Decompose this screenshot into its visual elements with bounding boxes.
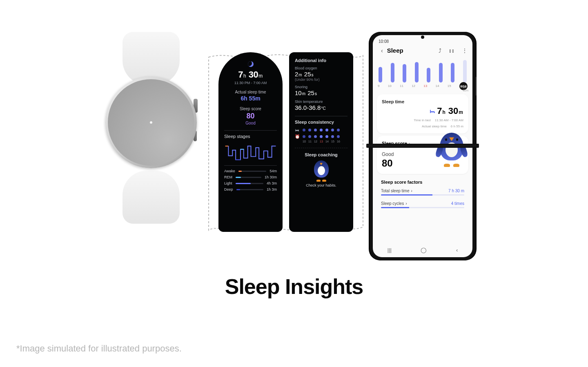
chevron-right-icon: ›	[405, 201, 407, 206]
smartphone: 10:08 ‹ Sleep ⤴ ⫾⫾ ⋮ 6h30m 9101112131415…	[370, 32, 476, 260]
panel-sleep-summary: 7h 30m 11:30 PM - 7:00 AM Actual sleep t…	[218, 52, 283, 232]
legend-row-rem: REM1h 30m	[224, 175, 277, 179]
watch-fraction: 3/7	[169, 120, 175, 125]
smartwatch: 🛏 ✓ ✓ Get natural light WED16 3/7 ⏰ Slee…	[100, 32, 202, 224]
bed-icon	[430, 109, 435, 114]
sleep-time-card[interactable]: Sleep time 7h 30m Time in bed11:30 AM - …	[377, 94, 468, 133]
time-in-bed-label: Time in bed	[414, 118, 431, 122]
stages-legend: Awake54m REM1h 30m Light4h 3m Deep1h 3m	[224, 169, 277, 191]
coaching-section[interactable]: Sleep coaching Check your habits.	[295, 152, 347, 187]
divider	[224, 130, 277, 131]
share-icon[interactable]: ⤴	[439, 47, 441, 54]
blood-oxygen-label: Blood oxygen	[295, 66, 347, 70]
sleep-score-label: Sleep score	[224, 107, 277, 111]
actual-sleep-value: 6h 55m	[224, 95, 277, 102]
watch-date: WED16	[111, 111, 191, 117]
watch-band-bottom	[122, 171, 180, 224]
coaching-subtitle: Check your habits.	[295, 183, 347, 187]
skin-temp-label: Skin temperature	[295, 100, 347, 104]
watch-score-label: ⏰ Sleep score 80	[136, 147, 166, 156]
phone-side-button[interactable]	[475, 77, 477, 96]
bed-icon: 🛏	[295, 128, 300, 132]
actual-sleep-label: Actual sleep time	[224, 90, 277, 94]
nav-home-icon[interactable]: ◯	[421, 247, 427, 253]
signal-icon[interactable]: ⫾⫾	[449, 47, 454, 54]
check-icon: ✓	[126, 104, 131, 109]
blood-oxygen-sub: (Under 90% for)	[295, 78, 347, 82]
chart-reference-label: 6h30m	[463, 86, 468, 92]
legend-row-deep: Deep1h 3m	[224, 187, 277, 191]
legend-row-light: Light4h 3m	[224, 181, 277, 185]
fold-hinge	[366, 144, 479, 148]
score-factors-section: Sleep score factors Total sleep time› 7 …	[377, 178, 468, 210]
skin-temp-value: 36.0-36.8°C	[295, 104, 347, 111]
coaching-title: Sleep coaching	[295, 152, 347, 157]
minute-hand	[151, 109, 174, 123]
consistency-grid: 🛏 ⏰ 10111213141516	[295, 128, 347, 143]
factor-row-total[interactable]: Total sleep time› 7 h 30 m	[381, 189, 464, 193]
sleep-time-value: 7h 30m	[437, 106, 463, 116]
consistency-title: Sleep consistency	[295, 120, 347, 125]
sleep-score-word: Good	[224, 121, 277, 125]
penguin-icon	[145, 130, 157, 145]
watch-case: 🛏 ✓ ✓ Get natural light WED16 3/7 ⏰ Slee…	[105, 77, 197, 168]
android-nav-bar: ||| ◯ ‹	[373, 243, 472, 257]
watch-center-pin	[150, 121, 152, 124]
penguin-icon	[313, 160, 330, 181]
app-header: ‹ Sleep ⤴ ⫾⫾ ⋮	[373, 45, 472, 58]
second-hand	[151, 122, 151, 153]
watch-ui-panels: 7h 30m 11:30 PM - 7:00 AM Actual sleep t…	[218, 52, 353, 232]
nav-recent-icon[interactable]: |||	[388, 247, 392, 253]
additional-info-title: Additional info	[295, 58, 347, 63]
panel-additional-info: Additional info Blood oxygen 2m 25s (Und…	[289, 52, 353, 232]
factor-row-cycles[interactable]: Sleep cycles› 4 times	[381, 201, 464, 206]
blood-oxygen-value: 2m 25s	[295, 71, 347, 78]
sleep-time-title: Sleep time	[382, 99, 463, 104]
sleep-range: 11:30 PM - 7:00 AM	[224, 81, 277, 85]
camera-notch	[421, 36, 424, 39]
snoring-value: 10m 25s	[295, 89, 347, 96]
total-sleep: 7h 30m	[224, 69, 277, 80]
sleep-score-value: 80	[224, 112, 277, 120]
nav-back-icon[interactable]: ‹	[456, 247, 458, 253]
snoring-label: Snoring	[295, 85, 347, 89]
more-icon[interactable]: ⋮	[462, 47, 468, 54]
headline: Sleep Insights	[0, 274, 588, 299]
watch-dial[interactable]: 🛏 ✓ ✓ Get natural light WED16 3/7 ⏰ Slee…	[111, 82, 191, 162]
factors-title: Sleep score factors	[381, 180, 464, 185]
time-in-bed-value: 11:30 AM - 7:00 AM	[435, 118, 463, 122]
sleep-stages-title: Sleep stages	[224, 134, 277, 139]
hour-hand	[134, 112, 151, 123]
sleep-score-card[interactable]: Sleep score› Good 80	[377, 136, 468, 174]
actual-sleep-label: Actual sleep time	[422, 124, 447, 129]
penguin-icon	[437, 133, 466, 166]
sleep-stages-chart	[224, 142, 277, 166]
actual-sleep-value: 6 h 55 m	[451, 124, 463, 129]
page-title: Sleep	[387, 47, 431, 54]
chevron-right-icon: ›	[411, 189, 412, 193]
watch-tip-top: ✓ Get natural light	[136, 91, 167, 102]
back-icon[interactable]: ‹	[381, 47, 383, 54]
divider	[295, 116, 347, 116]
legend-row-awake: Awake54m	[224, 169, 277, 173]
weekly-chart[interactable]: 6h30m 91011121314158/16	[373, 58, 472, 92]
divider-dashed	[295, 148, 347, 148]
alarm-icon: ⏰	[295, 134, 300, 139]
stage: 🛏 ✓ ✓ Get natural light WED16 3/7 ⏰ Slee…	[0, 0, 588, 260]
bed-icon: 🛏	[130, 99, 136, 105]
disclaimer: *Image simulated for illustrated purpose…	[16, 343, 182, 354]
moon-icon	[248, 61, 254, 67]
